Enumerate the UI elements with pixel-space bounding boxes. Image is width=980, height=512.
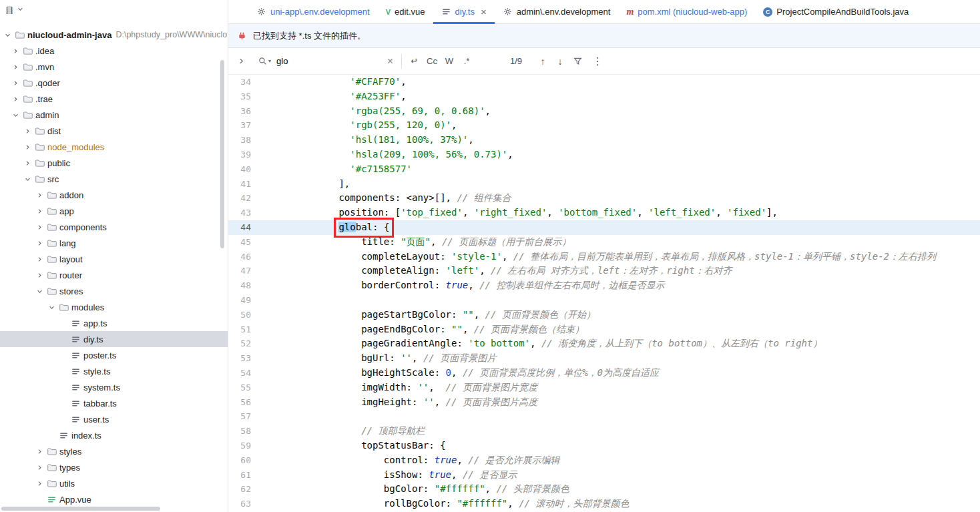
chevron-right-icon[interactable] bbox=[21, 159, 33, 168]
tree-item-router[interactable]: router bbox=[0, 267, 228, 283]
tree-item-modules[interactable]: modules bbox=[0, 299, 228, 315]
ts-file-icon bbox=[57, 431, 69, 441]
newline-icon[interactable]: ↵ bbox=[407, 53, 422, 69]
tree-item-stores[interactable]: stores bbox=[0, 283, 228, 299]
code-line-37: 37 'rgb(255, 120, 0)', bbox=[228, 118, 980, 133]
chevron-down-icon[interactable] bbox=[33, 287, 45, 296]
tree-item-index-ts[interactable]: index.ts bbox=[0, 427, 228, 443]
tree-item-styles[interactable]: styles bbox=[0, 443, 228, 459]
folder-icon bbox=[21, 78, 33, 88]
project-root-row[interactable]: niucloud-admin-java D:\phpstudy_pro\WWW\… bbox=[0, 27, 228, 43]
folder-icon bbox=[45, 286, 57, 296]
ts-file-icon bbox=[69, 399, 81, 409]
tree-item-label: node_modules bbox=[47, 142, 104, 152]
editor-tab-projectcompileandbuildtools-java[interactable]: CProjectCompileAndBuildTools.java bbox=[755, 0, 917, 23]
plugin-icon bbox=[237, 31, 247, 41]
chevron-right-icon[interactable] bbox=[33, 207, 45, 216]
folder-icon bbox=[45, 270, 57, 280]
chevron-right-icon[interactable] bbox=[21, 127, 33, 136]
code-line-34: 34 '#CFAF70', bbox=[228, 75, 980, 89]
code-text: bgColor: "#ffffff", // 头部背景颜色 bbox=[294, 482, 569, 497]
ts-file-icon bbox=[69, 350, 81, 360]
line-number: 53 bbox=[228, 351, 251, 366]
editor-tab-diy-ts[interactable]: diy.ts× bbox=[433, 0, 495, 23]
code-text: borderControl: true, // 控制表单组件左右布局时，边框是否… bbox=[294, 278, 664, 293]
chevron-right-icon[interactable] bbox=[33, 479, 45, 488]
code-line-63: 63 rollBgColor: "#ffffff", // 滚动时，头部背景颜色 bbox=[228, 497, 980, 511]
expand-search-icon[interactable] bbox=[234, 53, 248, 69]
tree-item-src[interactable]: src bbox=[0, 171, 228, 187]
tree-item-user-ts[interactable]: user.ts bbox=[0, 411, 228, 427]
line-number: 49 bbox=[228, 293, 251, 308]
tree-item-diy-ts[interactable]: diy.ts bbox=[0, 331, 228, 347]
tree-item-tabbar-ts[interactable]: tabbar.ts bbox=[0, 395, 228, 411]
chevron-right-icon[interactable] bbox=[21, 143, 33, 152]
tree-item-layout[interactable]: layout bbox=[0, 251, 228, 267]
tab-label: uni-app\.env.development bbox=[270, 7, 370, 17]
editor-tab-uni-app-env-development[interactable]: uni-app\.env.development bbox=[248, 0, 378, 23]
chevron-right-icon[interactable] bbox=[33, 255, 45, 264]
project-panel-vertical-scrollbar[interactable] bbox=[220, 60, 224, 248]
tree-item-poster-ts[interactable]: poster.ts bbox=[0, 347, 228, 363]
editor-tab-pom-xml-niucloud-web-app[interactable]: mpom.xml (niucloud-web-app) bbox=[618, 0, 755, 23]
vue-file-icon: V bbox=[386, 8, 391, 16]
tree-item-addon[interactable]: addon bbox=[0, 187, 228, 203]
tree-item-system-ts[interactable]: system.ts bbox=[0, 379, 228, 395]
project-panel-header[interactable]: 目 bbox=[0, 0, 228, 27]
tree-item-app-vue[interactable]: App.vue bbox=[0, 491, 228, 507]
tree-item-app[interactable]: app bbox=[0, 203, 228, 219]
chevron-down-icon[interactable] bbox=[1, 31, 13, 39]
search-field[interactable]: ▾ glo × bbox=[254, 52, 397, 71]
chevron-down-icon[interactable] bbox=[21, 175, 33, 184]
chevron-right-icon[interactable] bbox=[9, 95, 21, 103]
chevron-right-icon[interactable] bbox=[9, 63, 21, 71]
search-query-input[interactable]: glo bbox=[276, 56, 387, 66]
tree-item-label: app.ts bbox=[83, 318, 107, 328]
code-editor[interactable]: 34 '#CFAF70',35 '#A253FF',36 'rgba(255, … bbox=[228, 75, 980, 512]
tree-item-lang[interactable]: lang bbox=[0, 235, 228, 251]
filter-icon[interactable] bbox=[570, 53, 585, 69]
chevron-right-icon[interactable] bbox=[33, 271, 45, 280]
chevron-down-icon[interactable] bbox=[45, 303, 57, 312]
previous-occurrence-icon[interactable]: ↑ bbox=[535, 53, 550, 69]
search-history-chevron-icon[interactable]: ▾ bbox=[268, 58, 271, 64]
tree-item-components[interactable]: components bbox=[0, 219, 228, 235]
tree-item-mvn[interactable]: .mvn bbox=[0, 59, 228, 75]
chevron-right-icon[interactable] bbox=[33, 463, 45, 472]
tree-item-trae[interactable]: .trae bbox=[0, 91, 228, 107]
editor-tab-bar: uni-app\.env.developmentVedit.vuediy.ts×… bbox=[228, 0, 980, 24]
close-tab-icon[interactable]: × bbox=[481, 7, 487, 17]
project-panel-title: 目 bbox=[5, 5, 14, 17]
tree-item-admin[interactable]: admin bbox=[0, 107, 228, 123]
folder-icon bbox=[45, 447, 57, 457]
tree-item-dist[interactable]: dist bbox=[0, 123, 228, 139]
editor-tab-admin-env-development[interactable]: admin\.env.development bbox=[495, 0, 619, 23]
code-line-57: 57 bbox=[228, 409, 980, 424]
chevron-right-icon[interactable] bbox=[9, 79, 21, 87]
tree-item-public[interactable]: public bbox=[0, 155, 228, 171]
chevron-right-icon[interactable] bbox=[33, 223, 45, 232]
chevron-right-icon[interactable] bbox=[33, 191, 45, 200]
editor-tab-edit-vue[interactable]: Vedit.vue bbox=[378, 0, 433, 23]
clear-search-icon[interactable]: × bbox=[387, 55, 393, 67]
tree-item-label: components bbox=[59, 222, 107, 232]
tree-item-app-ts[interactable]: app.ts bbox=[0, 315, 228, 331]
tree-item-node-modules[interactable]: node_modules bbox=[0, 139, 228, 155]
tree-item-qoder[interactable]: .qoder bbox=[0, 75, 228, 91]
chevron-right-icon[interactable] bbox=[33, 447, 45, 456]
tree-item-idea[interactable]: .idea bbox=[0, 43, 228, 59]
project-panel-horizontal-scrollbar[interactable] bbox=[1, 507, 160, 511]
tree-item-style-ts[interactable]: style.ts bbox=[0, 363, 228, 379]
words-toggle[interactable]: W bbox=[442, 53, 457, 69]
more-options-icon[interactable]: ⋮ bbox=[590, 53, 605, 69]
code-line-40: 40 '#c7158577' bbox=[228, 162, 980, 177]
match-case-toggle[interactable]: Cc bbox=[425, 53, 439, 69]
tree-item-types[interactable]: types bbox=[0, 459, 228, 475]
chevron-right-icon[interactable] bbox=[33, 239, 45, 248]
tree-item-utils[interactable]: utils bbox=[0, 475, 228, 491]
chevron-down-icon[interactable] bbox=[9, 111, 21, 119]
chevron-right-icon[interactable] bbox=[9, 47, 21, 55]
folder-icon bbox=[45, 238, 57, 248]
next-occurrence-icon[interactable]: ↓ bbox=[553, 53, 567, 69]
regex-toggle[interactable]: .* bbox=[459, 53, 474, 69]
